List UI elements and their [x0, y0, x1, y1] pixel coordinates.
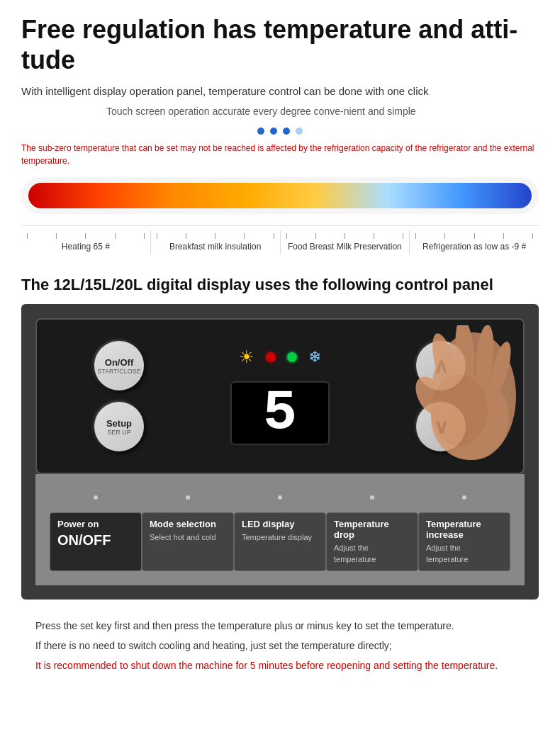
dot-3[interactable]: [283, 128, 290, 135]
instruction-line-2: If there is no need to switch cooling an…: [35, 638, 539, 655]
dot-connectors-row: [50, 495, 510, 500]
control-panel-section: The 12L/15L/20L digital display uses the…: [0, 261, 560, 607]
annotation-temp-drop: Temperature drop Adjust the temperature: [326, 512, 418, 571]
ann-led-title: LED display: [242, 519, 318, 529]
control-panel-wrapper: On/Off START/CLOSE Setup SER UP ☀ ❄ 5: [21, 304, 539, 600]
tick: [144, 233, 145, 239]
setup-sublabel: SER UP: [107, 429, 131, 436]
milk-insulation-label: Breakfast milk insulation: [169, 242, 261, 252]
main-title: Free regulation has temperature and atti…: [21, 14, 539, 75]
heating-label: Heating 65 #: [62, 242, 110, 252]
left-buttons-column: On/Off START/CLOSE Setup SER UP: [94, 341, 144, 451]
indicators-row: ☀ ❄: [239, 347, 321, 367]
temp-label-refrigeration: Refrigeration as low as -9 #: [410, 230, 539, 254]
instruction-line-3-warning: It is recommended to shut down the machi…: [35, 658, 539, 675]
temp-label-heating: Heating 65 #: [21, 230, 151, 254]
annotations-area: Power on ON/OFF Mode selection Select ho…: [35, 474, 525, 585]
svg-point-7: [431, 375, 488, 446]
on-off-label: On/Off: [105, 357, 133, 368]
sun-icon: ☀: [239, 347, 254, 367]
ann-drop-title: Temperature drop: [334, 519, 410, 540]
tick-marks-3: [286, 233, 404, 239]
hand-svg: [388, 325, 516, 467]
tick: [115, 233, 116, 239]
tick: [244, 233, 245, 239]
connector-dot-4: [370, 495, 374, 500]
snowflake-icon: ❄: [308, 348, 321, 366]
green-led-indicator: [287, 352, 297, 362]
digital-display: 5: [230, 381, 330, 445]
on-off-sublabel: START/CLOSE: [97, 368, 141, 375]
setup-label: Setup: [106, 418, 132, 429]
temperature-section: Free regulation has temperature and atti…: [0, 0, 560, 261]
tick: [157, 233, 157, 239]
tick-marks-1: [27, 233, 145, 239]
temp-bar-container: [21, 177, 539, 214]
setup-button[interactable]: Setup SER UP: [94, 402, 144, 451]
tick: [315, 233, 316, 239]
ann-led-desc: Temperature display: [242, 532, 318, 543]
instruction-line-1: Press the set key first and then press t…: [35, 618, 539, 635]
annotation-led-display: LED display Temperature display: [234, 512, 326, 571]
tick: [474, 233, 475, 239]
tick: [415, 233, 416, 239]
dot-4[interactable]: [296, 128, 303, 135]
panel-inner: On/Off START/CLOSE Setup SER UP ☀ ❄ 5: [35, 318, 525, 474]
dot-2[interactable]: [270, 128, 277, 135]
tick: [503, 233, 504, 239]
ann-drop-desc: Adjust the temperature: [334, 543, 410, 565]
food-preservation-label: Food Breast Milk Preservation: [288, 242, 402, 252]
ann-increase-desc: Adjust the temperature: [426, 543, 503, 565]
connector-dot-3: [278, 495, 282, 500]
pagination-dots: [21, 128, 539, 135]
tick: [374, 233, 374, 239]
annotation-mode-selection: Mode selection Select hot and cold: [142, 512, 234, 571]
dot-1[interactable]: [257, 128, 264, 135]
tick: [56, 233, 57, 239]
connector-dot-1: [94, 495, 98, 500]
tick: [215, 233, 215, 239]
connector-dot-2: [186, 495, 190, 500]
tick: [274, 233, 274, 239]
panel-section-title: The 12L/15L/20L digital display uses the…: [21, 276, 539, 294]
annotation-temp-increase: Temperature increase Adjust the temperat…: [418, 512, 510, 571]
red-led-indicator: [266, 352, 276, 362]
tick: [532, 233, 533, 239]
tick: [403, 233, 403, 239]
center-column: ☀ ❄ 5: [230, 347, 330, 445]
ann-mode-title: Mode selection: [150, 519, 226, 529]
refrigeration-label: Refrigeration as low as -9 #: [422, 242, 526, 252]
subtitle-text: With intelligent display operation panel…: [21, 85, 539, 97]
annotations-row: Power on ON/OFF Mode selection Select ho…: [50, 505, 510, 571]
tick: [27, 233, 28, 239]
tick-marks-2: [157, 233, 274, 239]
tick: [444, 233, 445, 239]
touch-text: Touch screen operation accurate every de…: [106, 104, 539, 119]
temperature-gradient-bar: [28, 183, 532, 208]
instructions-section: Press the set key first and then press t…: [0, 607, 560, 688]
temp-label-milk-insulation: Breakfast milk insulation: [151, 230, 281, 254]
display-number: 5: [263, 385, 297, 441]
hand-image-area: [381, 320, 523, 473]
warning-text: The sub-zero temperature that can be set…: [21, 142, 539, 167]
ann-increase-title: Temperature increase: [426, 519, 503, 540]
connector-dot-5: [462, 495, 466, 500]
temp-labels-row: Heating 65 # Breakfast milk insulation F…: [21, 225, 539, 254]
tick: [186, 233, 186, 239]
ann-mode-desc: Select hot and cold: [150, 532, 226, 543]
tick: [85, 233, 86, 239]
on-off-button[interactable]: On/Off START/CLOSE: [94, 341, 144, 390]
temp-label-food-preservation: Food Breast Milk Preservation: [281, 230, 410, 254]
ann-power-title: Power on: [57, 519, 134, 529]
tick: [286, 233, 287, 239]
ann-power-main: ON/OFF: [57, 532, 134, 548]
annotation-power-on: Power on ON/OFF: [50, 512, 142, 571]
tick: [345, 233, 345, 239]
tick-marks-4: [415, 233, 533, 239]
